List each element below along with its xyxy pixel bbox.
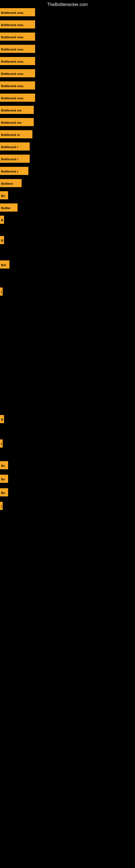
bar-item[interactable]: Bo [0,191,11,199]
bar-item[interactable]: Bottleneck resu [0,82,38,90]
bar-label: I [0,439,3,447]
bar-label: Bottleneck re [0,130,32,138]
bar-label: B [0,216,4,224]
bar-item[interactable]: Bottleneck resu [0,45,38,53]
bar-item[interactable]: Bottleneck res [0,118,37,126]
bar-label: Bottleneck resu [0,45,35,53]
bar-label: I [0,287,3,296]
bar-label: Bottleneck r [0,167,28,175]
bar-item[interactable]: Bottleneck res [0,106,37,114]
bar-label: Bottleneck resu [0,94,35,102]
bar-label: Bo [0,488,8,496]
bar-item[interactable]: I [0,502,5,510]
bar-label: Bottleneck resu [0,82,35,90]
bar-item[interactable]: Bottleneck resu [0,20,38,29]
bar-label: Bottleneck resu [0,33,35,41]
bar-item[interactable]: Bo [0,461,11,469]
bar-label: B [0,415,4,423]
bar-item[interactable]: Bo [0,475,11,483]
bar-label: Bottleneck res [0,118,34,126]
bar-label: B [0,236,4,244]
bar-item[interactable]: Bottleneck resu [0,69,38,77]
bar-item[interactable]: Bot [0,260,12,269]
bar-item[interactable]: B [0,236,7,244]
bar-item[interactable]: Bottleneck resu [0,57,38,65]
bar-label: Bottleneck res [0,106,34,114]
bar-item[interactable]: Bottleneck resu [0,94,38,102]
bar-item[interactable]: Bo [0,488,11,496]
bar-label: I [0,502,3,510]
bar-item[interactable]: B [0,415,7,423]
bar-item[interactable]: Bottleneck r [0,155,32,163]
bar-label: Bottlene [0,179,21,187]
bar-label: Bottleneck r [0,155,30,163]
site-title: TheBottlenecker.com [0,0,135,9]
bar-item[interactable]: I [0,439,5,447]
bar-label: Bo [0,461,8,469]
bar-label: Bottler [0,204,17,212]
bar-item[interactable]: Bottleneck resu [0,33,38,41]
bar-item[interactable]: B [0,216,7,224]
bar-label: Bottleneck resu [0,20,35,29]
bar-label: Bottleneck resu [0,69,35,77]
bar-label: Bottleneck r [0,143,30,151]
bar-item[interactable]: Bottleneck re [0,130,35,138]
bar-item[interactable]: Bottleneck r [0,167,31,175]
bar-label: Bo [0,475,8,483]
bar-item[interactable]: Bottler [0,204,20,212]
bar-item[interactable]: Bottleneck r [0,143,32,151]
bar-item[interactable]: I [0,287,5,296]
bar-label: Bo [0,191,8,199]
bar-item[interactable]: Bottlene [0,179,24,187]
bar-label: Bot [0,260,9,269]
bar-item[interactable]: Bottleneck resu [0,8,38,16]
bar-label: Bottleneck resu [0,8,35,16]
bar-label: Bottleneck resu [0,57,35,65]
